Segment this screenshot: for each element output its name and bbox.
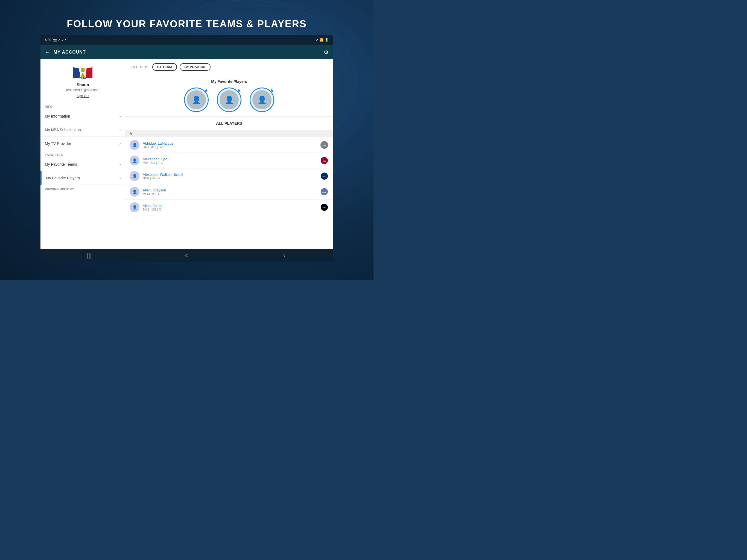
content-panel: FILTER BY BY TEAM BY POSITION My Favorit…	[125, 59, 333, 249]
all-players-header: ALL PLAYERS	[125, 117, 333, 130]
team-logo: BKN	[320, 203, 329, 212]
back-button[interactable]: ←	[45, 49, 50, 55]
player-row[interactable]: 👤 Allen, Grayson MEM | #3 | G MEM	[125, 184, 333, 200]
player-row[interactable]: 👤 Allen, Jarrett BKN | #31 | C BKN	[125, 200, 333, 215]
filter-by-label: FILTER BY	[131, 65, 149, 69]
nba-logo: NBA	[72, 66, 94, 80]
team-logo: NOP	[320, 172, 329, 180]
battery-icon: 🔋	[325, 38, 329, 42]
status-left: 6:20 📷 ✓ ✓ •	[45, 38, 67, 42]
player-meta: MIA | #17 | F-C	[143, 161, 320, 164]
player-name: Alexander, Kyle	[143, 157, 320, 161]
player-silhouette-2: 👤	[220, 90, 239, 109]
main-content: NBA Shaun testuser999@nba.com Sign Out I…	[41, 59, 333, 249]
wifi-icon: 📶	[319, 38, 324, 42]
player-silhouette-3: 👤	[252, 90, 272, 109]
svg-text:BKN: BKN	[323, 207, 326, 209]
player-thumb: 👤	[130, 187, 139, 197]
player-meta: NOP | #0 | G	[143, 177, 320, 180]
home-nav-button[interactable]: ○	[181, 250, 192, 261]
player-meta: MEM | #3 | G	[143, 192, 320, 196]
player-info: Allen, Grayson MEM | #3 | G	[143, 188, 320, 196]
chevron-right-icon: ›	[120, 176, 121, 180]
chevron-right-icon: ›	[120, 114, 121, 119]
player-name: Allen, Grayson	[143, 188, 320, 192]
sidebar-item-my-information[interactable]: My Information ›	[41, 109, 125, 123]
filter-by-team-button[interactable]: BY TEAM	[152, 63, 177, 71]
sidebar-item-my-information-label: My Information	[45, 114, 70, 119]
svg-text:NOP: NOP	[323, 176, 326, 177]
app-header: ← MY ACCOUNT ⚙	[41, 45, 333, 59]
player-thumb: 👤	[130, 202, 139, 212]
sidebar-section-viewing-history-label: VIEWING HISTORY	[41, 185, 125, 192]
favorite-player-1[interactable]: 👤 ★	[184, 87, 209, 112]
page-title: FOLLOW YOUR FAVORITE TEAMS & PLAYERS	[67, 18, 307, 30]
star-badge-3: ★	[269, 87, 274, 93]
profile-email: testuser999@nba.com	[67, 88, 100, 92]
team-logo-circle: SAS	[320, 141, 328, 149]
player-info: Allen, Jarrett BKN | #31 | C	[143, 204, 320, 211]
player-list-section: ALL PLAYERS A 👤 Aldridge, LaMarcus SAS |…	[125, 117, 333, 249]
svg-text:NBA: NBA	[80, 76, 86, 80]
back-nav-button[interactable]: ‹	[279, 250, 290, 261]
player-name: Alexander-Walker, Nickeil	[143, 173, 320, 177]
player-name: Allen, Jarrett	[143, 204, 320, 208]
svg-point-5	[81, 68, 85, 72]
sign-out-button[interactable]: Sign Out	[77, 94, 89, 98]
favorite-player-3[interactable]: 👤 ★	[250, 87, 274, 112]
sidebar-item-my-nba-subscription[interactable]: My NBA Subscription ›	[41, 123, 125, 137]
header-title: MY ACCOUNT	[54, 50, 86, 55]
menu-nav-button[interactable]: |||	[84, 250, 95, 261]
player-name: Aldridge, LaMarcus	[143, 142, 320, 146]
sidebar-item-my-favorite-teams[interactable]: My Favorite Teams ›	[41, 157, 125, 171]
favorites-title: My Favorite Players	[132, 79, 327, 84]
sidebar-item-my-favorite-players-label: My Favorite Players	[46, 176, 80, 180]
sidebar-item-my-nba-subscription-label: My NBA Subscription	[45, 128, 81, 132]
player-row[interactable]: 👤 Alexander, Kyle MIA | #17 | F-C MIA	[125, 153, 333, 169]
svg-text:MEM: MEM	[323, 192, 326, 193]
sidebar-item-my-tv-provider-label: My TV Provider	[45, 142, 71, 146]
sidebar: NBA Shaun testuser999@nba.com Sign Out I…	[41, 59, 125, 249]
player-info: Aldridge, LaMarcus SAS | #12 | C-F	[143, 142, 320, 149]
signal-icon: ↗	[315, 38, 318, 42]
favorite-players-row: 👤 ★ 👤 ★ 👤 ★	[132, 87, 327, 112]
nav-bar: ||| ○ ‹	[41, 249, 333, 262]
sidebar-section-info-label: INFO	[41, 102, 125, 109]
sidebar-profile: NBA Shaun testuser999@nba.com Sign Out	[41, 59, 125, 102]
player-silhouette-1: 👤	[187, 90, 206, 109]
chevron-right-icon: ›	[120, 127, 121, 132]
player-thumb: 👤	[130, 171, 139, 181]
svg-text:MIA: MIA	[323, 160, 326, 162]
status-icons: 📷 ✓ ✓ •	[53, 38, 66, 42]
player-row[interactable]: 👤 Aldridge, LaMarcus SAS | #12 | C-F SAS	[125, 137, 333, 153]
player-info: Alexander-Walker, Nickeil NOP | #0 | G	[143, 173, 320, 180]
player-meta: BKN | #31 | C	[143, 208, 320, 211]
sidebar-item-my-tv-provider[interactable]: My TV Provider ›	[41, 137, 125, 150]
player-row[interactable]: 👤 Alexander-Walker, Nickeil NOP | #0 | G…	[125, 169, 333, 184]
settings-icon[interactable]: ⚙	[324, 49, 329, 55]
status-bar: 6:20 📷 ✓ ✓ • ↗ 📶 🔋	[41, 35, 333, 45]
sidebar-item-my-favorite-teams-label: My Favorite Teams	[45, 162, 77, 167]
filter-by-position-button[interactable]: BY POSITION	[180, 63, 210, 71]
star-badge-2: ★	[236, 87, 241, 93]
device-frame: 6:20 📷 ✓ ✓ • ↗ 📶 🔋 ← MY ACCOUNT ⚙	[41, 35, 333, 262]
player-info: Alexander, Kyle MIA | #17 | F-C	[143, 157, 320, 164]
team-logo: SAS	[320, 141, 329, 149]
favorite-player-2[interactable]: 👤 ★	[217, 87, 241, 112]
chevron-right-icon: ›	[120, 162, 121, 167]
star-badge-1: ★	[204, 87, 209, 93]
nba-logo-svg: NBA	[72, 66, 94, 80]
sidebar-item-my-favorite-players[interactable]: My Favorite Players ›	[41, 171, 125, 185]
sidebar-section-favorites-label: FAVORITES	[41, 150, 125, 157]
alpha-section-a: A	[125, 130, 333, 137]
status-right: ↗ 📶 🔋	[315, 38, 329, 42]
team-logo: MIA	[320, 156, 329, 165]
header-left: ← MY ACCOUNT	[45, 49, 86, 55]
favorites-section: My Favorite Players 👤 ★ 👤 ★	[125, 75, 333, 117]
player-thumb: 👤	[130, 140, 139, 150]
profile-name: Shaun	[77, 82, 89, 87]
team-logo: MEM	[320, 187, 329, 196]
svg-text:SAS: SAS	[323, 145, 326, 146]
chevron-right-icon: ›	[120, 141, 121, 146]
player-meta: SAS | #12 | C-F	[143, 146, 320, 149]
